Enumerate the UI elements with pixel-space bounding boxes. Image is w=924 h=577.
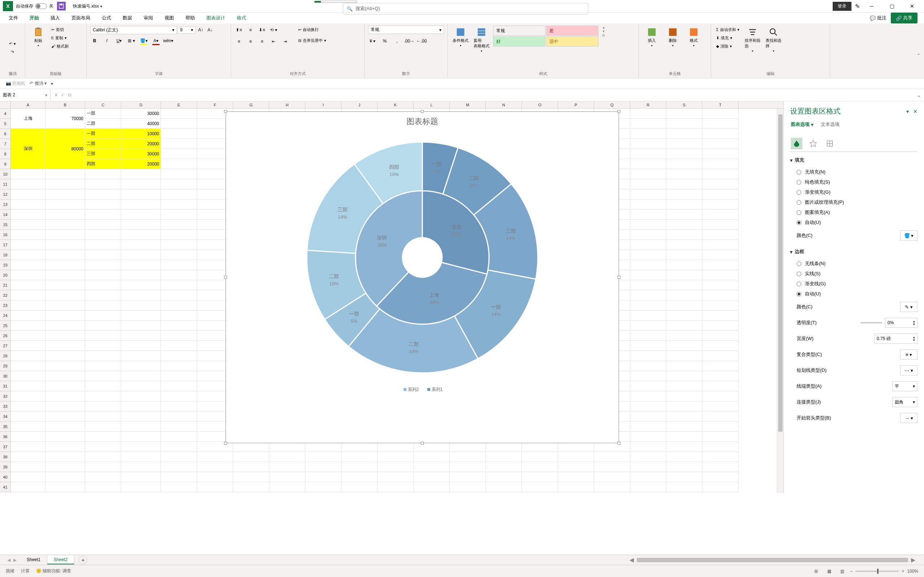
cell[interactable]: [45, 401, 85, 411]
cell[interactable]: [121, 452, 161, 462]
cell[interactable]: [630, 341, 666, 351]
cell[interactable]: [45, 179, 85, 189]
cell[interactable]: [121, 280, 161, 290]
filename[interactable]: 快速编号.xlsx: [73, 3, 99, 10]
chart-handle[interactable]: [224, 442, 227, 445]
cell[interactable]: [45, 250, 85, 260]
cell[interactable]: [703, 462, 738, 472]
transparency-input[interactable]: 0%▴▾: [885, 318, 918, 328]
cell[interactable]: [121, 270, 161, 280]
bold-button[interactable]: B: [90, 36, 99, 45]
row-header[interactable]: 8: [0, 149, 11, 159]
filename-dropdown-icon[interactable]: ▾: [100, 4, 102, 8]
cell[interactable]: [594, 462, 630, 472]
cell[interactable]: [121, 189, 161, 200]
cell[interactable]: [45, 331, 85, 341]
cell[interactable]: [703, 432, 738, 442]
row-header[interactable]: 39: [0, 462, 11, 472]
col-header[interactable]: L: [414, 102, 450, 108]
cell[interactable]: [11, 482, 45, 492]
col-header[interactable]: G: [233, 102, 269, 108]
cell[interactable]: [666, 108, 703, 119]
cell[interactable]: [45, 432, 85, 442]
menu-开始[interactable]: 开始: [27, 13, 41, 23]
cell[interactable]: [630, 260, 666, 270]
col-header[interactable]: I: [305, 102, 341, 108]
radio-option[interactable]: 图片或纹理填充(P): [796, 197, 918, 207]
cell[interactable]: [11, 169, 45, 179]
arrow-begin-picker[interactable]: → ▾: [900, 413, 918, 423]
cell[interactable]: [197, 482, 233, 492]
cell[interactable]: [703, 280, 738, 290]
zoom-slider[interactable]: [855, 571, 899, 572]
cell[interactable]: [666, 391, 703, 401]
cell[interactable]: 三部: [85, 149, 121, 159]
name-box[interactable]: 图表 2▾: [0, 90, 50, 100]
cell[interactable]: [85, 210, 121, 220]
cell[interactable]: [630, 391, 666, 401]
zoom-level[interactable]: 100%: [907, 569, 918, 574]
cell[interactable]: [630, 361, 666, 371]
cell[interactable]: [703, 391, 738, 401]
cell[interactable]: [11, 210, 45, 220]
italic-button[interactable]: I: [102, 36, 111, 45]
row-header[interactable]: 31: [0, 381, 11, 391]
row-header[interactable]: 14: [0, 210, 11, 220]
cell[interactable]: [703, 139, 738, 149]
cell[interactable]: [703, 230, 738, 240]
cell[interactable]: [121, 472, 161, 482]
save-icon[interactable]: [57, 2, 66, 10]
cell[interactable]: [121, 300, 161, 311]
cell[interactable]: [703, 149, 738, 159]
cell[interactable]: [85, 311, 121, 321]
cell[interactable]: [703, 108, 738, 119]
autosave-toggle[interactable]: [36, 3, 47, 9]
style-normal[interactable]: 常规: [493, 26, 545, 36]
cell[interactable]: [233, 442, 269, 452]
col-header[interactable]: A: [11, 102, 45, 108]
decrease-indent-button[interactable]: ⇤: [269, 37, 278, 46]
cell[interactable]: [121, 321, 161, 331]
cell[interactable]: [45, 442, 85, 452]
chart-handle[interactable]: [617, 276, 620, 279]
cell[interactable]: [666, 230, 703, 240]
sunburst-chart[interactable]: 北京29%上海33%深圳38%一部5%二部9%三部14%一部14%二部19%一部…: [296, 131, 549, 384]
chart-legend[interactable]: 系列2 系列1: [226, 384, 619, 396]
cell[interactable]: [341, 482, 378, 492]
cell[interactable]: [45, 169, 85, 179]
orientation-button[interactable]: ⟲ ▾: [269, 26, 278, 34]
cell[interactable]: [85, 361, 121, 371]
ribbon-collapse-icon[interactable]: ⌄: [917, 51, 921, 56]
cell[interactable]: [630, 311, 666, 321]
merged-cell[interactable]: 上海: [11, 108, 45, 129]
row-header[interactable]: 20: [0, 270, 11, 280]
cell[interactable]: [11, 442, 45, 452]
col-header[interactable]: Q: [594, 102, 630, 108]
cell[interactable]: [703, 401, 738, 411]
cell[interactable]: [666, 411, 703, 422]
cell[interactable]: [703, 129, 738, 139]
cell[interactable]: [630, 442, 666, 452]
cell[interactable]: [85, 432, 121, 442]
cell[interactable]: 30000: [121, 108, 161, 119]
cell[interactable]: [666, 341, 703, 351]
cell[interactable]: [85, 462, 121, 472]
row-header[interactable]: 22: [0, 290, 11, 300]
row-header[interactable]: 27: [0, 341, 11, 351]
cell[interactable]: [414, 462, 450, 472]
zoom-in-button[interactable]: +: [901, 569, 904, 574]
cell[interactable]: [522, 442, 558, 452]
cell[interactable]: [666, 159, 703, 169]
row-header[interactable]: 24: [0, 311, 11, 321]
cell[interactable]: [85, 391, 121, 401]
qat-customize-icon[interactable]: ▾: [51, 81, 53, 86]
radio-option[interactable]: 纯色填充(S): [796, 177, 918, 187]
cell[interactable]: [666, 482, 703, 492]
fill-line-tab-icon[interactable]: [791, 138, 802, 149]
cell[interactable]: [121, 422, 161, 432]
cell[interactable]: [11, 270, 45, 280]
cell[interactable]: [269, 452, 305, 462]
cell[interactable]: [11, 422, 45, 432]
cell[interactable]: [121, 260, 161, 270]
chart-handle[interactable]: [421, 110, 424, 113]
